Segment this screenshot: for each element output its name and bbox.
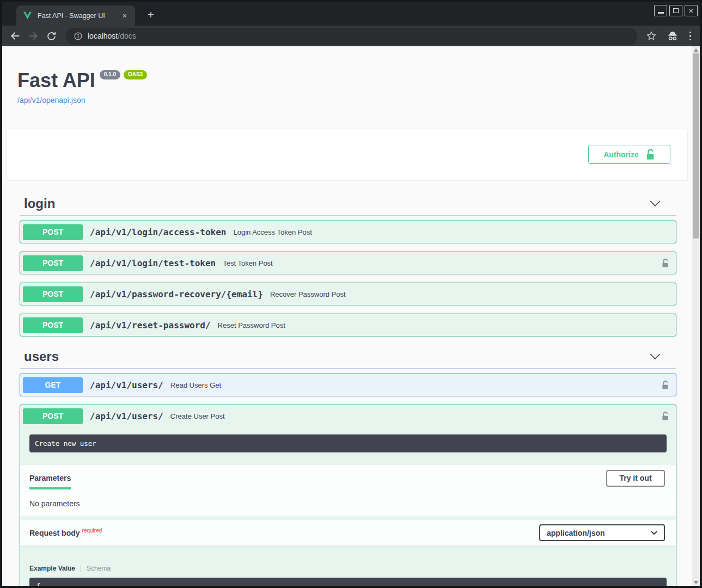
operation-post-password-recovery[interactable]: POST /api/v1/password-recovery/{email} R…	[20, 283, 676, 305]
tag-section-login[interactable]: login	[20, 192, 676, 216]
incognito-icon	[666, 30, 679, 42]
tag-name-users: users	[24, 349, 59, 364]
close-window-icon: ×	[689, 7, 694, 15]
operation-summary-text: Reset Password Post	[218, 321, 285, 329]
version-badge: 0.1.0	[100, 70, 120, 79]
operation-summary[interactable]: POST /api/v1/reset-password/ Reset Passw…	[20, 314, 676, 336]
tab-title: Fast API - Swagger UI	[38, 12, 120, 20]
operation-get-users[interactable]: GET /api/v1/users/ Read Users Get	[20, 373, 676, 396]
openapi-spec-link[interactable]: /api/v1/openapi.json	[17, 96, 700, 105]
browser-tab[interactable]: Fast API - Swagger UI ×	[16, 5, 135, 26]
page-title: Fast API	[17, 69, 95, 92]
url-host: localhost	[88, 32, 118, 40]
method-badge: GET	[23, 377, 83, 393]
page-scrollbar[interactable]	[692, 46, 700, 586]
page-info-icon[interactable]	[74, 32, 83, 41]
api-title-row: Fast API 0.1.0 OAS3	[17, 69, 700, 92]
address-bar[interactable]: localhost/docs	[66, 28, 637, 45]
operation-summary[interactable]: POST /api/v1/login/access-token Login Ac…	[20, 221, 676, 243]
operation-path: /api/v1/password-recovery/{email}	[90, 289, 263, 299]
unlocked-padlock-icon	[645, 149, 655, 161]
tab-example-value[interactable]: Example Value	[29, 565, 75, 572]
media-type-select[interactable]: application/json	[539, 524, 665, 541]
scheme-container: Authorize	[7, 129, 687, 180]
method-badge: POST	[23, 408, 83, 424]
authorize-button[interactable]: Authorize	[588, 145, 670, 164]
request-body-label: Request body	[29, 529, 80, 537]
operation-summary-text: Read Users Get	[170, 381, 221, 389]
new-tab-button[interactable]: +	[144, 8, 158, 22]
unlocked-padlock-icon[interactable]	[661, 380, 669, 390]
operation-summary-text: Test Token Post	[223, 259, 273, 267]
model-example-tabs: Example Value Schema	[29, 565, 676, 572]
chevron-down-icon	[650, 530, 658, 535]
browser-titlebar: Fast API - Swagger UI × + ×	[2, 2, 700, 26]
maximize-button[interactable]	[669, 5, 682, 16]
method-badge: POST	[23, 317, 83, 333]
browser-menu-icon[interactable]	[688, 30, 693, 42]
toolbar-actions	[646, 30, 693, 42]
browser-window: Fast API - Swagger UI × + × localhost/do…	[0, 0, 702, 588]
close-window-button[interactable]: ×	[685, 5, 698, 16]
tag-section-users[interactable]: users	[20, 345, 676, 369]
operation-post-users-expanded[interactable]: POST /api/v1/users/ Create User Post Cre…	[20, 405, 676, 586]
method-badge: POST	[23, 224, 83, 240]
operation-summary[interactable]: POST /api/v1/users/ Create User Post	[20, 405, 676, 427]
operation-summary[interactable]: POST /api/v1/login/test-token Test Token…	[20, 252, 676, 274]
operation-path: /api/v1/login/test-token	[90, 258, 216, 268]
operation-description: Create new user	[29, 434, 667, 452]
bookmark-star-icon[interactable]	[646, 30, 657, 41]
method-badge: POST	[23, 255, 83, 271]
operation-post-login-access-token[interactable]: POST /api/v1/login/access-token Login Ac…	[20, 220, 676, 243]
operation-post-login-test-token[interactable]: POST /api/v1/login/test-token Test Token…	[20, 252, 676, 274]
minimize-button[interactable]	[654, 5, 667, 16]
try-it-out-button[interactable]: Try it out	[606, 470, 665, 487]
tag-name-login: login	[24, 196, 55, 211]
operation-summary[interactable]: GET /api/v1/users/ Read Users Get	[20, 374, 676, 396]
parameters-title: Parameters	[29, 470, 71, 486]
unlocked-padlock-icon[interactable]	[661, 258, 669, 268]
window-controls: ×	[654, 5, 698, 16]
operations-wrapper: login POST /api/v1/login/access-token Lo…	[20, 192, 676, 586]
tab-schema[interactable]: Schema	[87, 565, 111, 572]
operation-path: /api/v1/login/access-token	[90, 227, 226, 237]
operation-summary-text: Recover Password Post	[270, 290, 346, 298]
oas3-badge: OAS3	[124, 70, 147, 79]
maximize-icon	[673, 8, 679, 13]
unlocked-padlock-icon[interactable]	[661, 411, 669, 421]
operation-summary-text: Create User Post	[170, 412, 225, 420]
browser-toolbar: localhost/docs	[2, 26, 700, 46]
operation-path: /api/v1/users/	[90, 411, 163, 421]
api-info: Fast API 0.1.0 OAS3 /api/v1/openapi.json	[17, 69, 700, 105]
url-path: /docs	[118, 32, 136, 40]
reload-button[interactable]	[45, 29, 58, 42]
parameters-header: Parameters Try it out	[20, 465, 676, 491]
swagger-page: Fast API 0.1.0 OAS3 /api/v1/openapi.json…	[2, 46, 700, 586]
close-tab-icon[interactable]: ×	[120, 11, 130, 20]
no-parameters-text: No parameters	[20, 491, 676, 516]
required-flag: required	[82, 528, 102, 534]
operation-summary-text: Login Access Token Post	[233, 228, 312, 236]
method-badge: POST	[23, 286, 83, 302]
scrollbar-thumb[interactable]	[693, 53, 699, 238]
tab-divider	[81, 565, 81, 572]
fastapi-favicon-icon	[23, 11, 33, 20]
chevron-down-icon[interactable]	[649, 353, 661, 360]
example-value-code-block[interactable]: {	[29, 578, 667, 586]
operation-path: /api/v1/reset-password/	[90, 320, 211, 330]
chevron-down-icon[interactable]	[649, 200, 661, 207]
operation-post-reset-password[interactable]: POST /api/v1/reset-password/ Reset Passw…	[20, 314, 676, 336]
media-type-value: application/json	[547, 529, 605, 537]
operation-summary[interactable]: POST /api/v1/password-recovery/{email} R…	[20, 283, 676, 305]
code-first-line: {	[36, 582, 40, 586]
authorize-label: Authorize	[603, 150, 639, 159]
operation-path: /api/v1/users/	[90, 380, 163, 390]
back-button[interactable]	[9, 29, 22, 42]
minimize-icon	[658, 12, 664, 14]
scroll-up-arrow[interactable]	[692, 46, 700, 53]
forward-button[interactable]	[27, 29, 40, 42]
scroll-down-arrow[interactable]	[692, 579, 700, 586]
request-body-header: Request bodyrequired application/json	[20, 520, 676, 546]
